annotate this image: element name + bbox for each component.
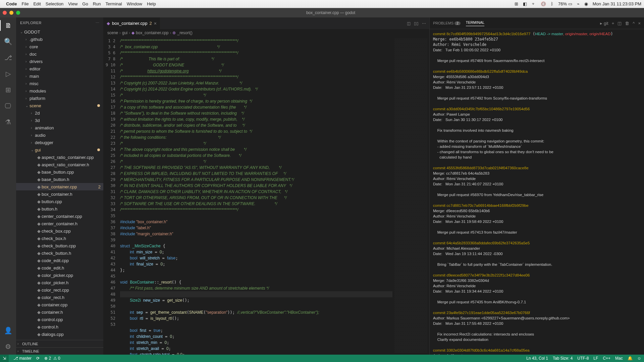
minimize-window-button[interactable] — [9, 11, 13, 15]
problems-status[interactable]: ⊗ 2 ⚠ 0 — [44, 356, 60, 361]
close-panel-icon[interactable]: × — [638, 21, 641, 26]
tab-close-icon[interactable]: × — [154, 21, 157, 26]
eol[interactable]: LF — [593, 356, 598, 361]
cursor-position[interactable]: Ln 43, Col 1 — [526, 356, 548, 361]
file-center_container-h[interactable]: ◆center_container.h — [16, 220, 103, 227]
settings-icon[interactable]: ⚙ — [0, 341, 16, 352]
folder-editor[interactable]: ›editor — [16, 65, 103, 72]
code-editor[interactable]: 1 2 3 4 5 6 7 8 9 10 11 12 13 14 15 16 1… — [103, 37, 429, 355]
compare-changes-icon[interactable]: ◫ — [407, 21, 411, 26]
maximize-panel-icon[interactable]: ^ — [633, 21, 635, 26]
file-container-cpp[interactable]: ◆container.cpp — [16, 301, 103, 308]
file-check_box-h[interactable]: ◆check_box.h — [16, 235, 103, 242]
folder-gui[interactable]: ⌄gui — [16, 146, 103, 154]
workspace-root[interactable]: ⌄GODOT — [16, 28, 103, 36]
file-control-cpp[interactable]: ◆control.cpp — [16, 316, 103, 323]
file-check_box-cpp[interactable]: ◆check_box.cpp — [16, 227, 103, 235]
folder-scene[interactable]: ⌄scene — [16, 102, 103, 109]
remote-indicator[interactable]: ⇲ — [0, 355, 9, 362]
testing-icon[interactable]: ⚗ — [0, 117, 16, 127]
fullscreen-window-button[interactable] — [16, 11, 20, 15]
explorer-more-icon[interactable]: ⋯ — [96, 21, 100, 25]
file-center_container-cpp[interactable]: ◆center_container.cpp — [16, 213, 103, 220]
search-icon[interactable]: 🔍 — [0, 36, 16, 47]
encoding[interactable]: UTF-8 — [577, 356, 589, 361]
folder-core[interactable]: ›core — [16, 43, 103, 50]
menu-edit[interactable]: Edit — [33, 1, 41, 6]
folder-3d[interactable]: ›3d — [16, 117, 103, 124]
volume-icon[interactable]: 🔇 — [541, 1, 546, 6]
folder-2d[interactable]: ›2d — [16, 109, 103, 117]
folder-debugger[interactable]: ›debugger — [16, 139, 103, 146]
timeline-section[interactable]: ›TIMELINE — [16, 347, 103, 355]
file-color_rect-h[interactable]: ◆color_rect.h — [16, 294, 103, 301]
folder-drivers[interactable]: ›drivers — [16, 58, 103, 65]
new-terminal-icon[interactable]: + — [612, 21, 614, 26]
menu-terminal[interactable]: Terminal — [106, 1, 122, 6]
file-check_button-cpp[interactable]: ◆check_button.cpp — [16, 242, 103, 249]
folder-main[interactable]: ›main — [16, 72, 103, 80]
outline-section[interactable]: ›OUTLINE — [16, 340, 103, 347]
file-aspect_ratio_container-h[interactable]: ◆aspect_ratio_container.h — [16, 161, 103, 168]
source-control-icon[interactable]: ⎇ — [0, 52, 16, 63]
git-branch[interactable]: ⎇ master — [13, 356, 32, 361]
more-actions-icon[interactable]: ⋯ — [422, 21, 426, 26]
file-control-h[interactable]: ◆control.h — [16, 323, 103, 330]
language-mode[interactable]: C++ — [603, 356, 610, 361]
minimap[interactable] — [392, 37, 429, 355]
feedback-icon[interactable]: ☺ — [637, 356, 641, 361]
file-code_edit-h[interactable]: ◆code_edit.h — [16, 264, 103, 272]
remote-explorer-icon[interactable]: 🖵 — [0, 101, 16, 111]
terminal-profile[interactable]: ▸ git — [600, 21, 608, 26]
split-terminal-icon[interactable]: ◫ — [618, 21, 622, 26]
sync-icon[interactable]: ⟳ — [36, 356, 40, 361]
menu-go[interactable]: Go — [82, 1, 88, 6]
file-base_button-h[interactable]: ◆base_button.h — [16, 176, 103, 183]
file-button-h[interactable]: ◆button.h — [16, 205, 103, 213]
breadcrumbs[interactable]: scene› gui› ◆ box_container.cpp› ⊕ _reso… — [103, 29, 429, 37]
menu-run[interactable]: Run — [93, 1, 101, 6]
control-center-icon[interactable]: ⌁ — [577, 1, 580, 6]
tray-icon[interactable]: ◧ — [523, 1, 527, 6]
file-color_picker-h[interactable]: ◆color_picker.h — [16, 279, 103, 286]
menu-view[interactable]: View — [68, 1, 77, 6]
file-color_rect-cpp[interactable]: ◆color_rect.cpp — [16, 286, 103, 294]
file-button-cpp[interactable]: ◆button.cpp — [16, 198, 103, 205]
folder-audio[interactable]: ›audio — [16, 131, 103, 139]
accounts-icon[interactable]: 👤 — [0, 325, 16, 336]
file-color_picker-cpp[interactable]: ◆color_picker.cpp — [16, 272, 103, 279]
tab-box-container[interactable]: ◆ box_container.cpp 2 × — [103, 17, 160, 29]
file-base_button-cpp[interactable]: ◆base_button.cpp — [16, 168, 103, 176]
folder-misc[interactable]: ›misc — [16, 80, 103, 87]
menu-selection[interactable]: Selection — [46, 1, 63, 6]
folder-modules[interactable]: ›modules — [16, 87, 103, 95]
folder-doc[interactable]: ›doc — [16, 50, 103, 58]
file-code_edit-cpp[interactable]: ◆code_edit.cpp — [16, 257, 103, 264]
menu-help[interactable]: Help — [147, 1, 156, 6]
notifications-icon[interactable]: 🔔 — [628, 356, 633, 361]
wifi-icon[interactable]: ᯤ — [532, 1, 536, 6]
battery-label[interactable]: 76% ▭ — [558, 1, 572, 6]
folder-animation[interactable]: ›animation — [16, 124, 103, 131]
file-check_button-h[interactable]: ◆check_button.h — [16, 249, 103, 257]
run-debug-icon[interactable]: ▷ — [0, 68, 16, 79]
tab-size[interactable]: Tab Size: 4 — [553, 356, 573, 361]
file-dialogs-cpp[interactable]: ◆dialogs.cpp — [16, 330, 103, 338]
file-aspect_ratio_container-cpp[interactable]: ◆aspect_ratio_container.cpp — [16, 154, 103, 161]
problems-tab[interactable]: PROBLEMS 2 — [433, 21, 461, 25]
terminal-tab[interactable]: TERMINAL — [466, 20, 485, 26]
menu-file[interactable]: File — [22, 1, 29, 6]
terminal-output[interactable]: commit 8c7cd904f599b949972564ad13c3d4c1b… — [430, 29, 644, 355]
file-box_container-cpp[interactable]: ◆box_container.cpp2 — [16, 183, 103, 190]
kill-terminal-icon[interactable]: 🗑 — [625, 21, 629, 26]
file-box_container-h[interactable]: ◆box_container.h — [16, 190, 103, 198]
folder-.github[interactable]: ›.github — [16, 36, 103, 43]
explorer-icon[interactable]: 🗎 — [0, 20, 16, 31]
split-editor-icon[interactable]: ▯▯ — [414, 21, 419, 26]
file-container-h[interactable]: ◆container.h — [16, 308, 103, 316]
extensions-icon[interactable]: ⊞ — [0, 84, 16, 95]
tray-icon[interactable]: ⊞ — [515, 1, 518, 6]
os-indicator[interactable]: Mac — [615, 356, 623, 361]
bluetooth-icon[interactable]: ᛒ — [551, 1, 553, 6]
siri-icon[interactable]: ◉ — [584, 1, 588, 6]
